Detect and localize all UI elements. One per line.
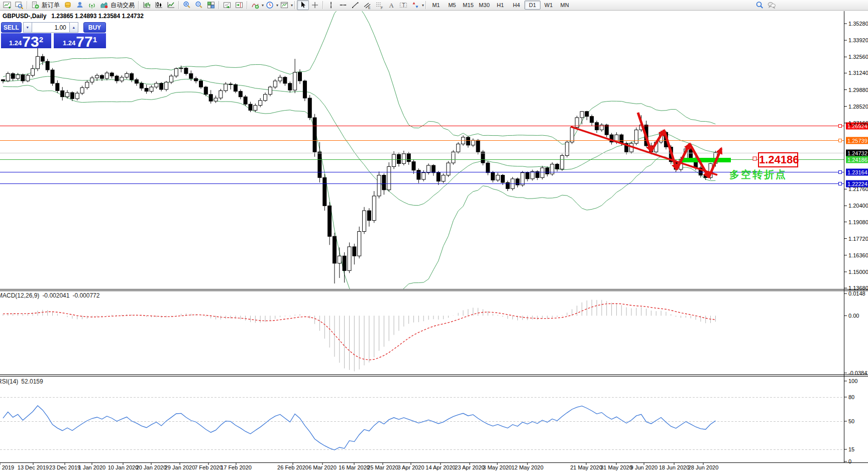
buy-button[interactable]: BUY <box>83 22 106 33</box>
candle <box>105 73 108 78</box>
price-axis-label: 1.31240 <box>848 70 868 76</box>
candle <box>407 154 410 162</box>
candle <box>516 179 519 185</box>
candle <box>481 152 485 163</box>
candle <box>219 90 223 98</box>
candle <box>293 72 297 90</box>
one-click-trading-panel: SELL ▼ ▲ BUY 1.24 73 2 1.24 77 1 <box>1 22 106 48</box>
candle <box>318 152 321 177</box>
price-axis-label: 1.17720 <box>848 236 868 242</box>
candle <box>36 56 40 68</box>
rsi-axis-label: 0 <box>848 458 851 464</box>
candle <box>620 135 623 143</box>
candle <box>21 75 25 81</box>
candle <box>155 83 158 87</box>
macd-indicator-label: MACD(12,26,9)-0.002041-0.000772 <box>0 292 102 299</box>
rsi-line <box>3 406 715 450</box>
candle <box>75 93 79 99</box>
volume-decrease-button[interactable]: ▼ <box>23 22 32 33</box>
candle <box>145 88 148 91</box>
bollinger-bands <box>3 2 715 320</box>
date-axis-label: 3 Apr 2020 <box>397 464 424 470</box>
price-axis-label: 1.21760 <box>848 186 868 192</box>
annotation-anchor <box>753 157 756 160</box>
rsi-axis-label: 50 <box>848 418 854 424</box>
price-axis-label: 1.20400 <box>848 203 868 209</box>
date-axis-label: 20 Jan 2020 <box>136 464 167 470</box>
price-axis[interactable]: 1.352801.339201.325601.312401.298801.285… <box>844 21 868 464</box>
candle <box>41 56 44 61</box>
chart-canvas[interactable]: 1.269241.257391.247321.241861.231641.222… <box>0 0 868 473</box>
price-annotation-box[interactable]: 1.24186 <box>758 152 798 167</box>
candle <box>70 92 74 99</box>
date-axis-label: 14 Apr 2020 <box>425 464 455 470</box>
candle <box>283 77 287 83</box>
candle <box>278 77 282 81</box>
candle <box>120 77 124 81</box>
rsi-indicator-label: RSI(14)52.0159 <box>0 378 46 385</box>
mt4-window: 新订单自动交易▾▾▾EFAT▾M1M5M15M30H1H4D1W1MN GBPU… <box>0 0 868 473</box>
candle <box>447 163 450 175</box>
macd-axis-label: 0.00 <box>848 313 859 319</box>
candle <box>437 173 440 181</box>
candle <box>199 81 203 87</box>
candle <box>150 87 153 91</box>
turning-point-text[interactable]: 多空转折点 <box>729 168 787 181</box>
candle <box>496 175 500 180</box>
candle <box>580 112 584 118</box>
candle <box>531 171 534 179</box>
chart-title: GBPUSD-,Daily1.23865 1.24893 1.23584 1.2… <box>3 13 144 20</box>
candle <box>476 140 480 152</box>
volume-input[interactable] <box>32 22 69 33</box>
candle <box>194 78 198 81</box>
candle <box>605 125 608 135</box>
date-axis-label: 3 May 2020 <box>483 464 511 470</box>
candle <box>249 104 252 110</box>
volume-increase-button[interactable]: ▲ <box>69 22 78 33</box>
candle <box>160 83 163 89</box>
candle <box>6 73 10 81</box>
candle <box>244 97 247 105</box>
candle <box>264 94 267 101</box>
date-axis-label: 1 Jan 2020 <box>78 464 105 470</box>
sell-button[interactable]: SELL <box>1 22 22 33</box>
candle <box>184 68 188 73</box>
date-axis-label: 18 Jun 2020 <box>659 464 690 470</box>
sell-price-display[interactable]: 1.24 73 2 <box>1 33 51 48</box>
candle <box>135 80 138 83</box>
buy-price-prefix: 1.24 <box>63 39 75 47</box>
price-axis-label: 1.32560 <box>848 54 868 60</box>
candle <box>313 118 316 152</box>
candle <box>165 82 168 89</box>
support-highlight-bar <box>682 158 731 162</box>
price-tag-text: 1.24186 <box>847 157 867 163</box>
date-axis-label: 29 Jan 2020 <box>165 464 195 470</box>
candle <box>254 106 257 111</box>
date-axis-label: 31 May 2020 <box>600 464 632 470</box>
rsi-axis-label: 100 <box>848 378 857 384</box>
candle <box>323 177 327 206</box>
candle <box>234 84 237 91</box>
price-axis-label: 1.29880 <box>848 87 868 93</box>
candle <box>80 87 84 93</box>
candle <box>308 98 311 118</box>
candle <box>412 162 415 170</box>
candle <box>466 137 470 145</box>
chart-symbol-period: GBPUSD-,Daily <box>3 13 46 20</box>
candle <box>125 73 129 77</box>
candle <box>204 87 207 94</box>
macd-panel-content <box>3 300 715 371</box>
candle <box>140 83 143 88</box>
date-axis-label: 26 Feb 2020 <box>277 464 308 470</box>
sell-price-main: 73 <box>22 35 39 48</box>
buy-price-display[interactable]: 1.24 77 1 <box>54 33 106 48</box>
rsi-value: 52.0159 <box>21 378 43 385</box>
candle <box>353 247 356 256</box>
candle <box>363 211 366 231</box>
candle <box>422 173 425 179</box>
candle <box>367 211 371 221</box>
candle <box>561 156 564 169</box>
volume-stepper: ▼ ▲ <box>23 22 78 33</box>
price-axis-label: 1.28520 <box>848 104 868 110</box>
date-axis[interactable]: 4 Dec 201913 Dec 201923 Dec 20191 Jan 20… <box>0 463 718 471</box>
